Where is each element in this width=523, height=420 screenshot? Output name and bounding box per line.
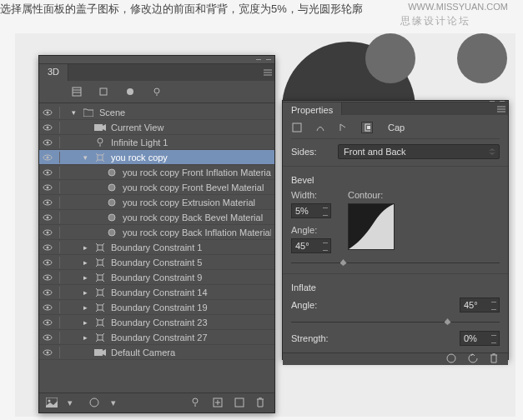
tree-item-label: Boundary Constraint 19 <box>111 302 271 312</box>
tree-row[interactable]: ▸Boundary Constraint 27 <box>39 330 274 345</box>
tree-row[interactable]: ▸Boundary Constraint 1 <box>39 240 274 255</box>
tree-row[interactable]: ▸Boundary Constraint 14 <box>39 285 274 300</box>
svg-point-29 <box>108 229 115 236</box>
visibility-eye-icon[interactable] <box>43 244 54 251</box>
visibility-eye-icon[interactable] <box>43 214 54 221</box>
expander-icon[interactable]: ▸ <box>82 258 89 267</box>
expander-icon[interactable]: ▸ <box>82 318 89 327</box>
bevel-angle-slider[interactable] <box>291 258 500 267</box>
visibility-eye-icon[interactable] <box>43 304 54 311</box>
footer-reset-icon[interactable] <box>468 353 480 365</box>
svg-rect-50 <box>98 335 103 340</box>
footer-down-icon[interactable]: ▾ <box>68 398 79 409</box>
svg-point-5 <box>47 111 49 113</box>
inflate-section-label: Inflate <box>291 282 500 292</box>
footer-add-icon[interactable] <box>213 398 224 409</box>
3d-filter-toolbar <box>39 81 274 103</box>
filter-light-icon[interactable] <box>151 86 163 98</box>
visibility-eye-icon[interactable] <box>43 229 54 236</box>
visibility-eye-icon[interactable] <box>43 274 54 281</box>
tree-row[interactable]: ▾you rock copy <box>39 150 274 165</box>
footer-render-icon[interactable] <box>89 398 101 409</box>
tree-row[interactable]: you rock copy Extrusion Material <box>39 195 274 210</box>
cap-tab-icon[interactable] <box>361 122 373 133</box>
tree-row[interactable]: ▸Boundary Constraint 23 <box>39 315 274 330</box>
mesh-icon <box>94 318 106 328</box>
expander-icon[interactable]: ▸ <box>82 303 89 312</box>
expander-icon[interactable]: ▾ <box>82 153 89 162</box>
tree-item-label: Scene <box>99 108 271 118</box>
svg-point-25 <box>47 216 49 218</box>
expander-icon[interactable]: ▸ <box>82 243 89 252</box>
filter-mesh-icon[interactable] <box>98 86 109 98</box>
filter-scene-icon[interactable] <box>71 86 83 98</box>
svg-point-3 <box>154 88 159 93</box>
scene-tree: ▾SceneCurrent ViewInfinite Light 1▾you r… <box>39 103 274 392</box>
strength-input[interactable]: 0% <box>460 331 500 346</box>
tree-row[interactable]: you rock copy Front Bevel Material <box>39 180 274 195</box>
panel-menu-icon[interactable] <box>261 64 274 81</box>
footer-image-icon[interactable] <box>46 398 58 409</box>
visibility-eye-icon[interactable] <box>43 109 54 116</box>
tree-item-label: you rock copy Front Bevel Material <box>123 182 271 192</box>
tree-row[interactable]: you rock copy Front Inflation Material <box>39 165 274 180</box>
footer-new-icon[interactable] <box>234 398 246 409</box>
tree-row[interactable]: ▸Boundary Constraint 5 <box>39 255 274 270</box>
mesh-icon <box>94 272 106 282</box>
bevel-angle-input[interactable]: 45° <box>291 238 331 253</box>
tree-row[interactable]: ▸Boundary Constraint 9 <box>39 270 274 285</box>
tree-row[interactable]: Default Camera <box>39 345 274 360</box>
tab-3d[interactable]: 3D <box>39 64 68 81</box>
visibility-eye-icon[interactable] <box>43 199 54 206</box>
svg-rect-62 <box>367 126 370 129</box>
footer-render-icon[interactable] <box>446 353 458 365</box>
panel-drag-bar[interactable] <box>39 56 274 64</box>
tree-row[interactable]: ▾Scene <box>39 105 274 120</box>
visibility-eye-icon[interactable] <box>43 124 54 131</box>
tree-row[interactable]: Infinite Light 1 <box>39 135 274 150</box>
tree-row[interactable]: Current View <box>39 120 274 135</box>
visibility-eye-icon[interactable] <box>43 289 54 296</box>
inflate-angle-slider[interactable] <box>291 318 500 326</box>
width-value: 5% <box>295 206 309 216</box>
contour-picker[interactable] <box>348 203 395 250</box>
svg-rect-53 <box>94 349 103 356</box>
visibility-eye-icon[interactable] <box>43 334 54 341</box>
panel-menu-icon[interactable] <box>495 102 508 115</box>
svg-rect-8 <box>94 124 103 131</box>
expander-icon[interactable]: ▸ <box>82 288 89 297</box>
visibility-eye-icon[interactable] <box>43 259 54 266</box>
footer-down2-icon[interactable]: ▾ <box>111 398 123 409</box>
deform-tab-icon[interactable] <box>314 122 326 133</box>
svg-point-49 <box>47 336 49 338</box>
tree-row[interactable]: you rock copy Back Inflation Material <box>39 225 274 240</box>
footer-trash-icon[interactable] <box>256 398 268 409</box>
svg-point-22 <box>47 201 49 203</box>
tree-row[interactable]: ▸Boundary Constraint 19 <box>39 300 274 315</box>
camera-icon <box>94 122 106 132</box>
svg-point-46 <box>47 321 49 323</box>
inflate-angle-input[interactable]: 45° <box>460 298 500 312</box>
svg-point-13 <box>47 156 49 158</box>
sides-select[interactable]: Front and Back <box>338 144 500 159</box>
expander-icon[interactable]: ▸ <box>82 273 89 282</box>
tree-row[interactable]: you rock copy Back Bevel Material <box>39 210 274 225</box>
tab-properties[interactable]: Properties <box>283 102 342 115</box>
mat-icon <box>106 168 118 178</box>
tree-item-label: you rock copy <box>111 152 271 162</box>
filter-material-icon[interactable] <box>124 86 136 98</box>
visibility-eye-icon[interactable] <box>43 154 54 161</box>
visibility-eye-icon[interactable] <box>43 349 54 356</box>
mesh-tab-icon[interactable] <box>291 122 303 133</box>
expander-icon[interactable]: ▾ <box>70 108 78 117</box>
width-input[interactable]: 5% <box>291 203 331 218</box>
visibility-eye-icon[interactable] <box>43 184 54 191</box>
visibility-eye-icon[interactable] <box>43 169 54 176</box>
footer-light-icon[interactable] <box>191 398 203 409</box>
mesh-icon <box>94 332 106 342</box>
coords-tab-icon[interactable] <box>338 122 350 133</box>
visibility-eye-icon[interactable] <box>43 319 54 326</box>
footer-trash-icon[interactable] <box>490 353 501 365</box>
expander-icon[interactable]: ▸ <box>82 333 89 342</box>
visibility-eye-icon[interactable] <box>43 139 54 146</box>
